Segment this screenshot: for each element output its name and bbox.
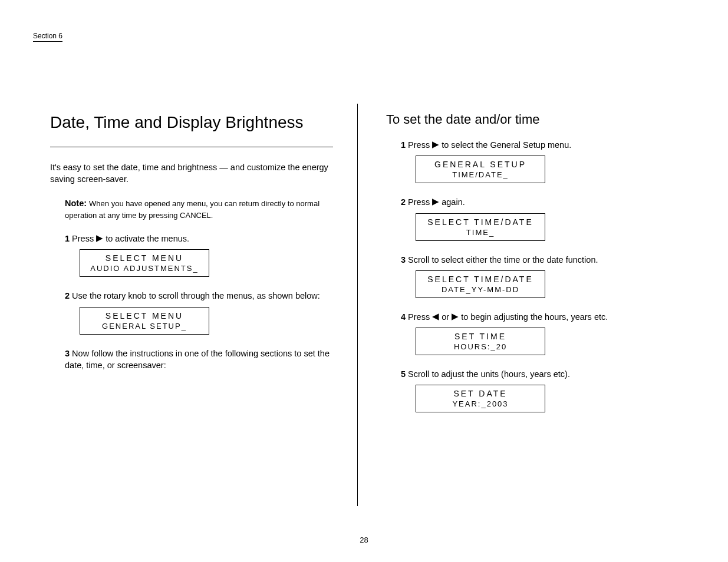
lcd-line2: TIME_ [422, 228, 539, 237]
step-text: again. [439, 197, 465, 207]
step-number: 1 [401, 140, 406, 150]
left-steps: 1 Press ▶ to activate the menus. SELECT … [65, 233, 333, 371]
lcd-line2: GENERAL SETUP_ [86, 322, 203, 330]
note-label: Note: [65, 199, 87, 208]
step-number: 5 [401, 369, 406, 379]
step-text: Scroll to select either the time or the … [408, 255, 598, 265]
lcd-display: SET DATE YEAR:_2003 [416, 385, 545, 412]
lcd-display: SELECT MENU GENERAL SETUP_ [80, 307, 209, 335]
page-title: Date, Time and Display Brightness [50, 112, 333, 133]
step-text: to select the General Setup menu. [439, 140, 571, 150]
lcd-line1: SELECT MENU [86, 253, 203, 263]
lcd-line2: AUDIO ADJUSTMENTS_ [86, 264, 203, 273]
lcd-line2: TIME/DATE_ [422, 170, 539, 179]
right-steps: 1 Press ▶ to select the General Setup me… [401, 139, 681, 412]
step-text: or [439, 312, 452, 322]
left-step-2: 2 Use the rotary knob to scroll through … [65, 290, 333, 302]
left-step-1: 1 Press ▶ to activate the menus. [65, 233, 333, 244]
intro-text: It's easy to set the date, time and brig… [50, 161, 333, 186]
lcd-display: SELECT MENU AUDIO ADJUSTMENTS_ [80, 249, 209, 277]
lcd-display: SET TIME HOURS:_20 [416, 328, 545, 355]
step-number: 3 [65, 349, 70, 358]
left-step-3: 3 Now follow the instructions in one of … [65, 348, 333, 372]
column-divider [357, 104, 358, 506]
right-step-2: 2 Press ▶ again. [401, 196, 681, 208]
play-right-icon: ▶ [432, 196, 439, 207]
lcd-line1: SELECT TIME/DATE [422, 275, 539, 284]
right-step-5: 5 Scroll to adjust the units (hours, yea… [401, 368, 681, 380]
page-number: 28 [0, 535, 728, 544]
lcd-line1: SELECT TIME/DATE [422, 217, 539, 227]
note: Note: When you have opened any menu, you… [65, 197, 333, 222]
step-text: Press [408, 197, 432, 207]
play-left-icon: ◀ [432, 310, 439, 322]
step-text: Scroll to adjust the units (hours, years… [408, 369, 570, 379]
step-text: Press [408, 312, 432, 322]
lcd-line2: DATE_YY-MM-DD [422, 285, 539, 294]
step-number: 3 [401, 255, 406, 265]
left-column: Date, Time and Display Brightness It's e… [50, 112, 333, 375]
right-step-4: 4 Press ◀ or ▶ to begin adjusting the ho… [401, 311, 681, 323]
manual-page: Section 6 Date, Time and Display Brightn… [0, 0, 728, 562]
section-label: Section 6 [33, 32, 62, 42]
play-right-icon: ▶ [96, 232, 103, 244]
lcd-display: SELECT TIME/DATE TIME_ [416, 213, 545, 241]
step-text: Press [408, 140, 432, 150]
step-number: 1 [65, 234, 70, 243]
step-text: Press [72, 234, 96, 243]
right-step-3: 3 Scroll to select either the time or th… [401, 254, 681, 266]
right-column: To set the date and/or time 1 Press ▶ to… [386, 112, 681, 424]
play-right-icon: ▶ [452, 310, 459, 322]
lcd-line1: SET TIME [422, 332, 539, 341]
step-number: 2 [65, 291, 70, 300]
right-step-1: 1 Press ▶ to select the General Setup me… [401, 139, 681, 151]
lcd-line2: YEAR:_2003 [422, 399, 539, 408]
lcd-line2: HOURS:_20 [422, 342, 539, 351]
step-number: 2 [401, 197, 406, 207]
lcd-line1: GENERAL SETUP [422, 160, 539, 169]
lcd-line1: SET DATE [422, 389, 539, 398]
lcd-display: SELECT TIME/DATE DATE_YY-MM-DD [416, 270, 545, 298]
note-text: When you have opened any menu, you can r… [65, 199, 319, 220]
step-text: Now follow the instructions in one of th… [65, 349, 330, 370]
heading-rule [50, 147, 333, 147]
step-text: to begin adjusting the hours, years etc. [459, 312, 608, 322]
lcd-line1: SELECT MENU [86, 311, 203, 320]
lcd-display: GENERAL SETUP TIME/DATE_ [416, 156, 545, 183]
step-text: to activate the menus. [103, 234, 189, 243]
play-right-icon: ▶ [432, 138, 439, 150]
subsection-title: To set the date and/or time [386, 112, 681, 127]
step-number: 4 [401, 312, 406, 322]
step-text: Use the rotary knob to scroll through th… [72, 291, 320, 300]
